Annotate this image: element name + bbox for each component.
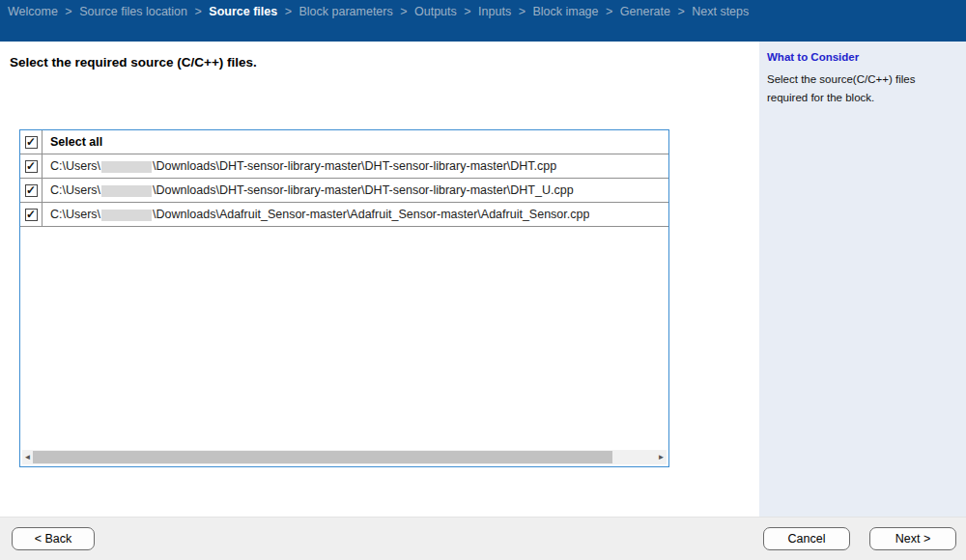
select-all-row[interactable]: ✓ Select all [20,130,668,154]
row-checkbox-cell: ✓ [20,179,43,202]
breadcrumb-item-source-files-location[interactable]: Source files location [79,5,187,18]
file-path-suffix: \Downloads\Adafruit_Sensor-master\Adafru… [153,208,589,221]
file-path: C:\Users\\Downloads\DHT-sensor-library-m… [43,183,574,197]
file-path-prefix: C:\Users\ [50,183,100,197]
breadcrumb-item-outputs[interactable]: Outputs [414,5,457,18]
redacted-username [101,185,152,197]
cancel-button[interactable]: Cancel [763,527,850,550]
back-button[interactable]: < Back [12,527,95,550]
source-files-table: ✓ Select all ✓ C:\Users\\Downloads\DHT-s… [19,129,669,467]
page-title: Select the required source (C/C++) files… [10,55,759,70]
select-all-label: Select all [43,135,102,149]
select-all-checkbox[interactable]: ✓ [25,136,38,149]
row-checkbox[interactable]: ✓ [25,184,38,197]
breadcrumb-separator: > [519,5,526,18]
select-all-checkbox-cell: ✓ [20,130,43,154]
row-checkbox-cell: ✓ [20,203,43,226]
breadcrumb-item-block-parameters[interactable]: Block parameters [298,5,392,18]
redacted-username [101,210,152,221]
row-checkbox[interactable]: ✓ [25,160,38,173]
breadcrumb-item-next-steps[interactable]: Next steps [692,5,749,18]
wizard-window: Welcome > Source files location > Source… [0,0,966,560]
row-checkbox-cell: ✓ [20,154,43,178]
scrollbar-track[interactable] [33,451,656,463]
breadcrumb-separator: > [677,5,684,18]
help-sidebar-text: Select the source(C/C++) files required … [767,70,951,107]
file-path-prefix: C:\Users\ [50,159,100,173]
breadcrumb-separator: > [464,5,470,18]
wizard-header: Welcome > Source files location > Source… [0,0,966,42]
scrollbar-thumb[interactable] [33,451,612,463]
redacted-username [101,161,152,173]
breadcrumb-item-source-files[interactable]: Source files [209,5,277,18]
breadcrumb-item-block-image[interactable]: Block image [532,5,598,18]
breadcrumb-separator: > [195,5,202,18]
file-path: C:\Users\\Downloads\Adafruit_Sensor-mast… [43,208,589,221]
file-path-suffix: \Downloads\DHT-sensor-library-master\DHT… [153,159,556,173]
breadcrumb-item-generate[interactable]: Generate [620,5,670,18]
next-button[interactable]: Next > [869,527,956,550]
footer-bar: < Back Cancel Next > [0,517,966,560]
horizontal-scrollbar[interactable]: ◄ ► [22,450,667,464]
help-sidebar-title: What to Consider [767,51,966,63]
breadcrumb-item-inputs[interactable]: Inputs [478,5,511,18]
breadcrumb: Welcome > Source files location > Source… [0,0,966,18]
row-checkbox[interactable]: ✓ [25,209,38,221]
breadcrumb-separator: > [400,5,407,18]
table-row-dht-cpp[interactable]: ✓ C:\Users\\Downloads\DHT-sensor-library… [20,154,668,179]
breadcrumb-separator: > [65,5,71,18]
breadcrumb-separator: > [285,5,292,18]
table-row-adafruit-sensor-cpp[interactable]: ✓ C:\Users\\Downloads\Adafruit_Sensor-ma… [20,203,668,227]
main-panel: Select the required source (C/C++) files… [0,42,759,517]
breadcrumb-item-welcome[interactable]: Welcome [8,5,58,18]
scroll-right-icon[interactable]: ► [656,450,667,464]
file-path: C:\Users\\Downloads\DHT-sensor-library-m… [43,159,556,173]
scroll-left-icon[interactable]: ◄ [22,450,33,464]
help-sidebar: What to Consider Select the source(C/C++… [759,42,966,517]
file-path-suffix: \Downloads\DHT-sensor-library-master\DHT… [153,183,574,197]
file-path-prefix: C:\Users\ [50,208,100,221]
table-row-dht-u-cpp[interactable]: ✓ C:\Users\\Downloads\DHT-sensor-library… [20,179,668,203]
breadcrumb-separator: > [606,5,612,18]
